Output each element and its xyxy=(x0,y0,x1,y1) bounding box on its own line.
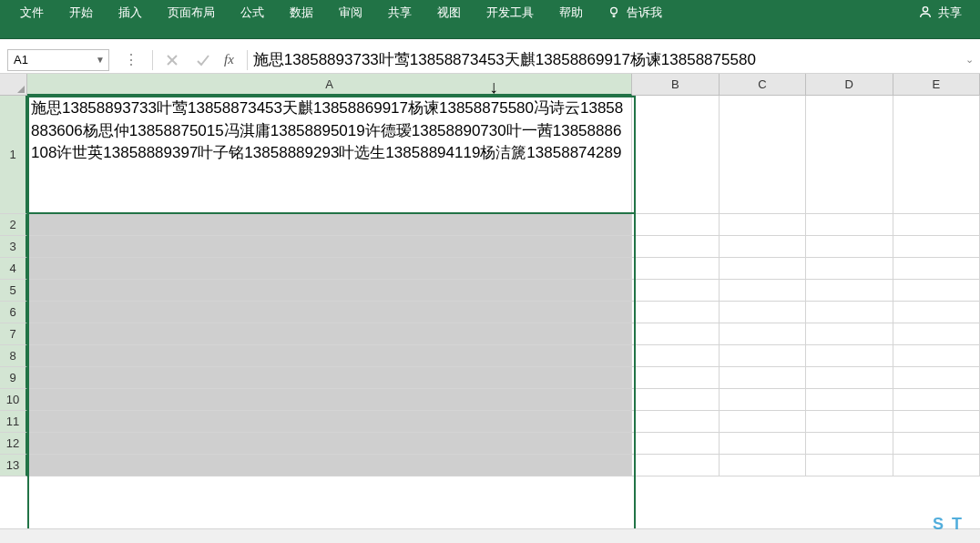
cell-B6[interactable] xyxy=(632,302,719,323)
cell-A6[interactable] xyxy=(27,302,632,323)
menu-tell-me[interactable]: 告诉我 xyxy=(596,0,673,26)
cell-C10[interactable] xyxy=(720,389,806,411)
cancel-button[interactable] xyxy=(157,48,188,72)
cell-D5[interactable] xyxy=(806,280,893,302)
cell-E9[interactable] xyxy=(893,367,980,389)
cell-D9[interactable] xyxy=(806,367,893,389)
row-header-1[interactable]: 1 xyxy=(0,96,27,214)
cell-A11[interactable] xyxy=(27,411,632,433)
cells-area[interactable]: 施思13858893733叶莺13858873453天麒13858869917杨… xyxy=(27,96,980,543)
cell-E3[interactable] xyxy=(893,236,980,258)
menu-insert[interactable]: 插入 xyxy=(106,0,155,26)
cell-C5[interactable] xyxy=(720,280,806,302)
cell-A8[interactable] xyxy=(27,345,632,367)
cell-B8[interactable] xyxy=(632,345,719,367)
cell-D13[interactable] xyxy=(806,455,893,476)
cell-A7[interactable] xyxy=(27,323,632,345)
cell-E6[interactable] xyxy=(893,302,980,323)
cell-D2[interactable] xyxy=(806,214,893,236)
cell-C9[interactable] xyxy=(720,367,806,389)
row-header-4[interactable]: 4 xyxy=(0,258,27,280)
row-header-6[interactable]: 6 xyxy=(0,302,27,323)
cell-D3[interactable] xyxy=(806,236,893,258)
expand-formula-icon[interactable]: ⌄ xyxy=(964,54,980,66)
cell-A5[interactable] xyxy=(27,280,632,302)
row-header-8[interactable]: 8 xyxy=(0,345,27,367)
cell-B4[interactable] xyxy=(632,258,719,280)
cell-A2[interactable] xyxy=(27,214,632,236)
name-box[interactable]: A1 ▼ xyxy=(7,49,109,71)
cell-E4[interactable] xyxy=(893,258,980,280)
column-header-B[interactable]: B xyxy=(632,74,719,96)
menu-review[interactable]: 审阅 xyxy=(326,0,375,26)
cell-D7[interactable] xyxy=(806,323,893,345)
cell-D8[interactable] xyxy=(806,345,893,367)
cell-D1[interactable] xyxy=(806,96,893,214)
cell-B7[interactable] xyxy=(632,323,719,345)
menu-formulas[interactable]: 公式 xyxy=(228,0,277,26)
row-header-7[interactable]: 7 xyxy=(0,323,27,345)
cell-B11[interactable] xyxy=(632,411,719,433)
cell-B1[interactable] xyxy=(632,96,719,214)
cell-E7[interactable] xyxy=(893,323,980,345)
cell-B10[interactable] xyxy=(632,389,719,411)
cell-C7[interactable] xyxy=(720,323,806,345)
cell-C3[interactable] xyxy=(720,236,806,258)
cell-C11[interactable] xyxy=(720,411,806,433)
cell-D6[interactable] xyxy=(806,302,893,323)
cell-C13[interactable] xyxy=(720,455,806,476)
menu-developer[interactable]: 开发工具 xyxy=(474,0,546,26)
menu-view[interactable]: 视图 xyxy=(424,0,474,26)
cell-A3[interactable] xyxy=(27,236,632,258)
cell-B12[interactable] xyxy=(632,433,719,455)
cell-C2[interactable] xyxy=(720,214,806,236)
cell-A4[interactable] xyxy=(27,258,632,280)
formula-input[interactable] xyxy=(251,49,964,71)
menu-data[interactable]: 数据 xyxy=(277,0,326,26)
menu-home[interactable]: 开始 xyxy=(56,0,106,26)
cell-C4[interactable] xyxy=(720,258,806,280)
cell-E5[interactable] xyxy=(893,280,980,302)
column-header-D[interactable]: D xyxy=(806,74,893,96)
cell-B9[interactable] xyxy=(632,367,719,389)
cell-A10[interactable] xyxy=(27,389,632,411)
row-header-2[interactable]: 2 xyxy=(0,214,27,236)
cell-D10[interactable] xyxy=(806,389,893,411)
column-header-E[interactable]: E xyxy=(893,74,980,96)
cell-B3[interactable] xyxy=(632,236,719,258)
row-header-10[interactable]: 10 xyxy=(0,389,27,411)
cell-B2[interactable] xyxy=(632,214,719,236)
column-header-C[interactable]: C xyxy=(720,74,806,96)
cell-E1[interactable] xyxy=(893,96,980,214)
spreadsheet-grid[interactable]: ABCDE 12345678910111213 施思13858893733叶莺1… xyxy=(0,74,980,543)
chevron-down-icon[interactable]: ▼ xyxy=(96,55,105,65)
row-header-11[interactable]: 11 xyxy=(0,411,27,433)
cell-A12[interactable] xyxy=(27,433,632,455)
cell-C8[interactable] xyxy=(720,345,806,367)
menu-share-tab[interactable]: 共享 xyxy=(375,0,424,26)
menu-share-button[interactable]: 共享 xyxy=(907,0,973,26)
cell-E8[interactable] xyxy=(893,345,980,367)
cell-B5[interactable] xyxy=(632,280,719,302)
horizontal-scrollbar[interactable] xyxy=(0,528,980,543)
cell-E2[interactable] xyxy=(893,214,980,236)
cell-D4[interactable] xyxy=(806,258,893,280)
enter-button[interactable] xyxy=(188,48,219,72)
row-header-12[interactable]: 12 xyxy=(0,433,27,455)
row-header-5[interactable]: 5 xyxy=(0,280,27,302)
cell-C1[interactable] xyxy=(720,96,806,214)
fx-icon[interactable]: fx xyxy=(219,52,243,67)
row-header-13[interactable]: 13 xyxy=(0,455,27,476)
cell-D11[interactable] xyxy=(806,411,893,433)
select-all-corner[interactable] xyxy=(0,74,27,96)
cell-D12[interactable] xyxy=(806,433,893,455)
cell-C6[interactable] xyxy=(720,302,806,323)
menu-file[interactable]: 文件 xyxy=(7,0,56,26)
row-header-3[interactable]: 3 xyxy=(0,236,27,258)
cell-A1[interactable]: 施思13858893733叶莺13858873453天麒13858869917杨… xyxy=(27,96,632,214)
cell-A9[interactable] xyxy=(27,367,632,389)
menu-page-layout[interactable]: 页面布局 xyxy=(155,0,228,26)
cell-B13[interactable] xyxy=(632,455,719,476)
cell-E11[interactable] xyxy=(893,411,980,433)
cell-E10[interactable] xyxy=(893,389,980,411)
